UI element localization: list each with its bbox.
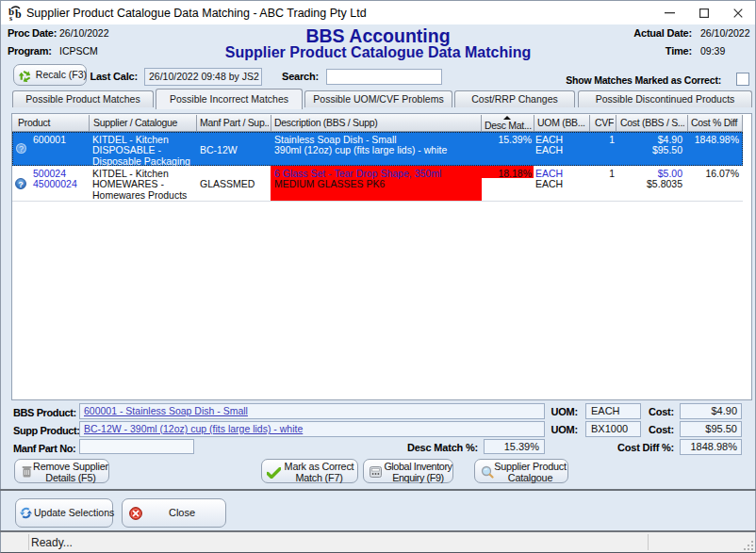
- svg-text:b: b: [15, 8, 22, 21]
- svg-text:s: s: [9, 14, 12, 22]
